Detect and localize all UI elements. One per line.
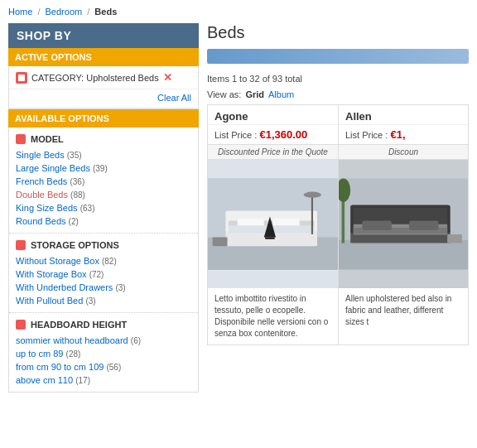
svg-rect-25 — [447, 234, 462, 243]
active-option-category: CATEGORY: Upholstered Beds ✕ — [9, 66, 198, 89]
filter-above-110-link[interactable]: above cm 110 (17) — [16, 375, 90, 385]
filter-round-beds-link[interactable]: Round Beds (2) — [16, 216, 79, 226]
list-item: from cm 90 to cm 109 (56) — [16, 360, 191, 373]
breadcrumb-bedroom-link[interactable]: Bedroom — [46, 7, 83, 17]
filter-90-109-link[interactable]: from cm 90 to cm 109 (56) — [16, 362, 121, 372]
view-album-link[interactable]: Album — [268, 89, 294, 99]
sidebar: SHOP BY ACTIVE OPTIONS CATEGORY: Upholst… — [8, 23, 199, 393]
filter-group-model: MODEL Single Beds (35) Large Single Beds… — [9, 128, 198, 234]
svg-rect-9 — [311, 196, 313, 234]
svg-rect-24 — [409, 221, 438, 230]
filter-french-beds-link[interactable]: French Beds (36) — [16, 176, 84, 186]
products-row: Agone List Price : €1,360.00 Discounted … — [207, 104, 469, 345]
list-item: up to cm 89 (28) — [16, 347, 191, 360]
filter-icon-storage — [16, 240, 26, 250]
breadcrumb-sep-1: / — [37, 7, 42, 17]
product-name-agone: Agone — [208, 105, 338, 125]
filter-group-headboard: HEADBOARD HEIGHT sommier without headboa… — [9, 313, 198, 392]
svg-rect-13 — [265, 238, 274, 239]
items-count: Items 1 to 32 of 93 total — [207, 70, 469, 87]
product-name-allen: Allen — [339, 105, 468, 125]
filter-pullout-bed-link[interactable]: With Pullout Bed (3) — [16, 296, 96, 306]
list-item: Without Storage Box (82) — [16, 254, 191, 267]
list-item: Round Beds (2) — [16, 214, 191, 228]
filter-large-single-beds-link[interactable]: Large Single Beds (39) — [16, 163, 108, 173]
available-options-label: AVAILABLE OPTIONS — [8, 109, 199, 128]
product-allen-price: List Price : €1, — [339, 125, 468, 144]
breadcrumb-current: Beds — [94, 7, 117, 17]
list-item: French Beds (36) — [16, 175, 191, 188]
svg-rect-0 — [18, 75, 25, 81]
product-allen-link[interactable]: Allen — [345, 110, 372, 123]
shop-by-label: SHOP BY — [17, 29, 71, 42]
promo-bar — [207, 49, 469, 64]
agone-product-image[interactable] — [208, 160, 338, 288]
active-options-label: ACTIVE OPTIONS — [8, 48, 199, 66]
page-title: Beds — [207, 23, 469, 49]
option-close-button[interactable]: ✕ — [163, 71, 172, 84]
view-grid-active[interactable]: Grid — [245, 89, 264, 99]
allen-discount-badge: Discoun — [339, 144, 468, 160]
active-options-block: CATEGORY: Upholstered Beds ✕ Clear All — [8, 66, 199, 109]
agone-product-desc: Letto imbottito rivestito in tessuto, pe… — [208, 288, 338, 344]
filter-sommier-link[interactable]: sommier without headboard (6) — [16, 335, 141, 345]
product-card-agone: Agone List Price : €1,360.00 Discounted … — [207, 104, 338, 345]
filter-icon-headboard — [16, 320, 26, 330]
svg-point-10 — [304, 192, 321, 198]
filter-icon-model — [16, 134, 26, 144]
main-content: Beds Items 1 to 32 of 93 total View as: … — [207, 23, 469, 393]
available-options-block: MODEL Single Beds (35) Large Single Beds… — [8, 128, 199, 393]
filter-single-beds-link[interactable]: Single Beds (35) — [16, 150, 82, 160]
list-item: above cm 110 (17) — [16, 373, 191, 387]
filter-up-89-link[interactable]: up to cm 89 (28) — [16, 349, 80, 359]
agone-discount-badge: Discounted Price in the Quote — [208, 144, 338, 160]
breadcrumb-home-link[interactable]: Home — [8, 7, 32, 17]
filter-with-storage-link[interactable]: With Storage Box (72) — [16, 269, 104, 279]
active-option-text: CATEGORY: Upholstered Beds — [31, 73, 159, 83]
svg-rect-11 — [213, 238, 228, 247]
agone-price-value: €1,360.00 — [259, 128, 307, 141]
list-item: sommier without headboard (6) — [16, 334, 191, 347]
view-as: View as: Grid Album — [207, 87, 469, 104]
filter-group-storage: STORAGE OPTIONS Without Storage Box (82)… — [9, 234, 198, 313]
clear-all-link[interactable]: Clear All — [157, 93, 191, 103]
allen-price-value: €1, — [390, 128, 405, 141]
list-item: With Underbed Drawers (3) — [16, 281, 191, 294]
filter-king-size-beds-link[interactable]: King Size Beds (63) — [16, 203, 94, 213]
clear-all-row: Clear All — [9, 89, 198, 108]
option-icon — [16, 72, 27, 84]
allen-product-image[interactable] — [339, 160, 468, 288]
product-card-allen: Allen List Price : €1, Discoun — [338, 104, 469, 345]
list-item: Single Beds (35) — [16, 148, 191, 161]
filter-group-model-title: MODEL — [16, 134, 191, 144]
shop-by-header: SHOP BY — [8, 23, 199, 48]
svg-rect-15 — [339, 240, 468, 269]
product-agone-price: List Price : €1,360.00 — [208, 125, 338, 144]
list-item: With Pullout Bed (3) — [16, 294, 191, 307]
breadcrumb-sep-2: / — [87, 7, 92, 17]
filter-group-storage-title: STORAGE OPTIONS — [16, 240, 191, 250]
breadcrumb: Home / Bedroom / Beds — [0, 0, 477, 23]
filter-without-storage-link[interactable]: Without Storage Box (82) — [16, 256, 117, 266]
filter-group-headboard-title: HEADBOARD HEIGHT — [16, 320, 191, 330]
allen-product-desc: Allen upholstered bed also in fabric and… — [339, 288, 468, 333]
filter-underbed-drawers-link[interactable]: With Underbed Drawers (3) — [16, 282, 126, 292]
product-agone-link[interactable]: Agone — [214, 110, 248, 123]
list-item: With Storage Box (72) — [16, 267, 191, 281]
filter-double-beds-link[interactable]: Double Beds (88) — [16, 190, 85, 200]
view-as-label: View as: — [207, 89, 241, 99]
list-item: Double Beds (88) — [16, 188, 191, 201]
list-item: King Size Beds (63) — [16, 201, 191, 214]
list-item: Large Single Beds (39) — [16, 161, 191, 175]
svg-rect-23 — [362, 221, 391, 230]
